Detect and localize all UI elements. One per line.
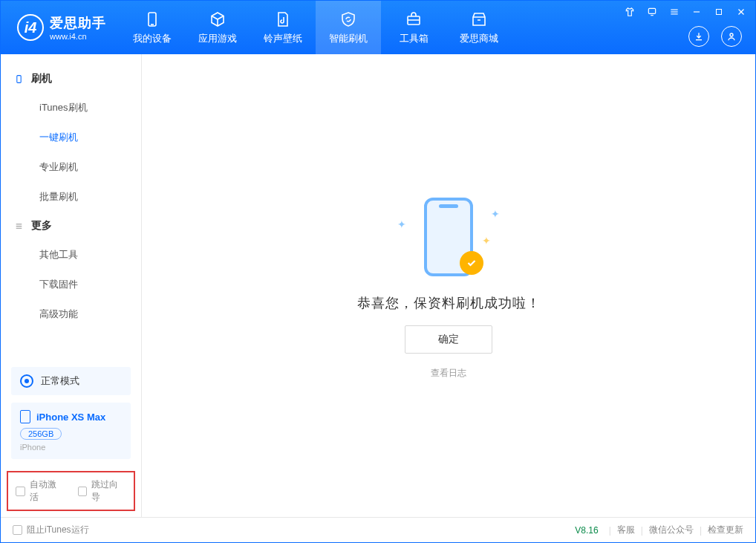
app-name: 爱思助手: [50, 14, 106, 32]
svg-rect-3: [648, 8, 655, 13]
nav-flash[interactable]: 智能刷机: [316, 1, 381, 54]
window-controls-side: [688, 26, 742, 47]
nav-store[interactable]: 爱思商城: [446, 1, 512, 54]
checkbox-auto-activate[interactable]: 自动激活: [16, 478, 65, 504]
checkbox-icon: [78, 487, 88, 496]
group-label: 更多: [31, 219, 52, 233]
sidebar-item-onekey[interactable]: 一键刷机: [1, 123, 141, 152]
nav-label: 铃声壁纸: [264, 32, 302, 45]
sidebar-item-itunes[interactable]: iTunes刷机: [1, 93, 141, 123]
checkmark-badge-icon: [460, 251, 483, 275]
checkbox-block-itunes[interactable]: 阻止iTunes运行: [13, 524, 89, 536]
feedback-icon[interactable]: [645, 5, 659, 19]
checkbox-label: 自动激活: [30, 478, 65, 504]
version-label: V8.16: [575, 525, 598, 536]
svg-rect-13: [17, 75, 21, 82]
success-message: 恭喜您，保资料刷机成功啦！: [357, 294, 541, 312]
phone-small-icon: [14, 74, 24, 84]
sidebar-item-batch[interactable]: 批量刷机: [1, 182, 141, 212]
app-url: www.i4.cn: [50, 32, 106, 41]
titlebar: i4 爱思助手 www.i4.cn 我的设备 应用游戏 铃声壁纸 智能刷机: [1, 1, 755, 54]
checkbox-icon: [13, 525, 22, 535]
list-icon: [14, 221, 24, 231]
sidebar: 刷机 iTunes刷机 一键刷机 专业刷机 批量刷机 更多 其他工具 下载固件 …: [1, 54, 142, 517]
checkbox-icon: [16, 487, 25, 496]
app-body: 刷机 iTunes刷机 一键刷机 专业刷机 批量刷机 更多 其他工具 下载固件 …: [1, 54, 755, 517]
success-illustration: ✦ ✦ ✦: [393, 192, 504, 281]
maximize-icon[interactable]: [712, 5, 726, 19]
user-icon[interactable]: [721, 26, 742, 47]
ok-button[interactable]: 确定: [405, 325, 492, 354]
separator: |: [700, 525, 702, 536]
nav-label: 爱思商城: [460, 32, 498, 45]
download-icon[interactable]: [688, 26, 709, 47]
nav-label: 工具箱: [400, 32, 428, 45]
refresh-shield-icon: [339, 10, 358, 29]
device-name: iPhone XS Max: [36, 412, 105, 423]
app-window: i4 爱思助手 www.i4.cn 我的设备 应用游戏 铃声壁纸 智能刷机: [0, 0, 756, 543]
checkbox-skip-guide[interactable]: 跳过向导: [78, 478, 127, 504]
device-card[interactable]: iPhone XS Max 256GB iPhone: [11, 403, 131, 459]
options-highlight-box: 自动激活 跳过向导: [7, 471, 135, 511]
window-controls-top: [623, 5, 748, 19]
device-phone-icon: [20, 410, 30, 423]
sidebar-item-other[interactable]: 其他工具: [1, 240, 141, 270]
sidebar-item-advanced[interactable]: 高级功能: [1, 299, 141, 329]
toolbox-icon: [404, 10, 423, 29]
update-link[interactable]: 检查更新: [708, 524, 743, 536]
success-content: ✦ ✦ ✦ 恭喜您，保资料刷机成功啦！ 确定 查看日志: [142, 54, 755, 517]
main-panel: ✦ ✦ ✦ 恭喜您，保资料刷机成功啦！ 确定 查看日志: [142, 54, 755, 517]
sparkle-icon: ✦: [491, 208, 500, 220]
device-block: 正常模式 iPhone XS Max 256GB iPhone: [1, 360, 141, 466]
main-nav: 我的设备 应用游戏 铃声壁纸 智能刷机 工具箱 爱思商城: [120, 1, 512, 54]
sparkle-icon: ✦: [397, 218, 406, 230]
mode-dot-icon: [20, 374, 33, 388]
sparkle-icon: ✦: [482, 235, 491, 247]
nav-label: 我的设备: [133, 32, 172, 45]
statusbar: 阻止iTunes运行 V8.16 | 客服 | 微信公众号 | 检查更新: [1, 517, 755, 542]
nav-toolbox[interactable]: 工具箱: [381, 1, 446, 54]
nav-apps[interactable]: 应用游戏: [185, 1, 250, 54]
nav-ringtone[interactable]: 铃声壁纸: [250, 1, 316, 54]
device-type: iPhone: [20, 443, 122, 452]
separator: |: [641, 525, 643, 536]
sidebar-item-pro[interactable]: 专业刷机: [1, 152, 141, 182]
store-icon: [469, 10, 489, 29]
skin-icon[interactable]: [623, 5, 636, 19]
logo-icon: i4: [17, 14, 44, 41]
svg-point-12: [730, 33, 733, 36]
support-link[interactable]: 客服: [617, 524, 635, 536]
checkbox-label: 阻止iTunes运行: [27, 524, 89, 536]
device-mode-card[interactable]: 正常模式: [11, 367, 131, 395]
menu-icon[interactable]: [668, 5, 681, 19]
music-file-icon: [273, 10, 293, 29]
minimize-icon[interactable]: [690, 5, 703, 19]
group-label: 刷机: [31, 72, 52, 85]
cube-icon: [208, 10, 227, 29]
nav-label: 智能刷机: [329, 32, 368, 45]
separator: |: [609, 525, 611, 536]
checkbox-label: 跳过向导: [91, 478, 126, 504]
sidebar-item-firmware[interactable]: 下载固件: [1, 270, 141, 299]
wechat-link[interactable]: 微信公众号: [649, 524, 694, 536]
logo: i4 爱思助手 www.i4.cn: [1, 14, 120, 41]
sidebar-menu: 刷机 iTunes刷机 一键刷机 专业刷机 批量刷机 更多 其他工具 下载固件 …: [1, 54, 141, 360]
device-capacity: 256GB: [20, 428, 62, 440]
device-icon: [143, 10, 162, 29]
group-flash: 刷机: [1, 65, 141, 93]
nav-label: 应用游戏: [198, 32, 237, 45]
close-icon[interactable]: [734, 5, 748, 19]
view-log-link[interactable]: 查看日志: [431, 367, 466, 380]
group-more: 更多: [1, 212, 141, 240]
svg-rect-8: [717, 10, 722, 15]
nav-my-device[interactable]: 我的设备: [120, 1, 185, 54]
device-mode: 正常模式: [41, 374, 79, 388]
